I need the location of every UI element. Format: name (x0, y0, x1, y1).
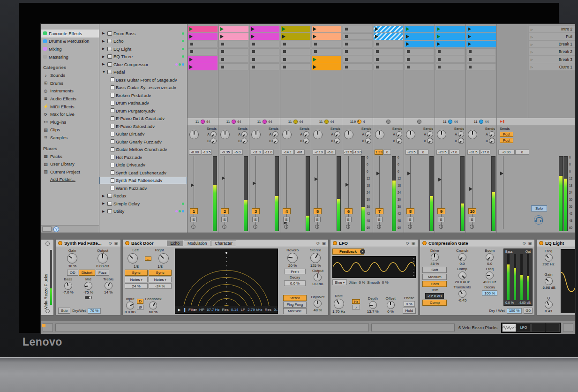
device-thumbnail[interactable] (531, 324, 545, 332)
routing-pingpong-button[interactable]: Ping Pong (283, 302, 307, 308)
clip-slot[interactable] (250, 33, 279, 40)
lfo-title-bar[interactable]: LFO ⟳▣ (330, 240, 418, 247)
clip-stop-slot[interactable] (250, 56, 279, 62)
note-mode-button[interactable]: ♪ (352, 305, 360, 309)
clip-slot[interactable] (281, 33, 310, 40)
volume-fader-handle[interactable] (315, 177, 318, 181)
send-a-knob[interactable] (303, 131, 309, 137)
scene-play-icon[interactable]: ▷ (531, 28, 533, 31)
clip-play-icon[interactable] (189, 65, 193, 69)
send-b-knob[interactable] (334, 138, 340, 144)
pan-knob[interactable] (375, 130, 384, 139)
cue-solo-button[interactable]: Solo (531, 205, 547, 211)
solo-button[interactable]: S (469, 217, 475, 222)
clip-stop-icon[interactable] (252, 50, 255, 53)
clip-waveform-thumbnail[interactable] (502, 324, 516, 332)
arm-button[interactable] (191, 225, 195, 229)
clip-stop-icon[interactable] (314, 50, 317, 53)
clip-stop-slot[interactable] (250, 48, 279, 55)
volume-fader-handle[interactable] (376, 172, 380, 175)
clip-stop-icon[interactable] (252, 66, 255, 68)
eq-q-knob[interactable] (545, 301, 553, 309)
volume-fader-handle[interactable] (469, 187, 473, 191)
back-to-arrangement-icon[interactable]: ▶❚ (500, 120, 504, 123)
solo-button[interactable]: S (345, 217, 352, 222)
master-fader-handle[interactable] (500, 172, 503, 175)
clip-stop-slot[interactable] (281, 41, 310, 47)
clip-slot[interactable] (281, 26, 310, 32)
clip-stop-slot[interactable] (188, 41, 218, 47)
pan-knob[interactable] (282, 130, 292, 139)
send-a-knob[interactable] (334, 131, 340, 137)
clip-stop-icon[interactable] (376, 43, 379, 45)
wave-shape-dropdown[interactable]: Sine▾ (332, 279, 347, 285)
solo-button[interactable]: S (283, 217, 290, 222)
clip-stop-slot[interactable] (374, 63, 403, 70)
send-post-toggle-a[interactable]: Post (500, 132, 513, 137)
clip-stop-icon[interactable] (376, 58, 379, 61)
clip-slot[interactable] (312, 63, 341, 70)
jitter-value[interactable]: 0 % (359, 280, 365, 285)
output-knob[interactable] (98, 253, 108, 264)
chevron-down-icon[interactable]: ▼ (102, 70, 106, 74)
gain-knob[interactable] (67, 253, 77, 264)
clip-slot[interactable] (374, 33, 403, 40)
clip-stop-slot[interactable] (343, 63, 372, 70)
echo-tunnel-display[interactable]: ▶ ❚ Filter HP67.7 Hz Res0.14 LP2.79 kHz … (175, 249, 278, 314)
peak-level-box[interactable]: -13.5 (344, 150, 353, 155)
send-b-knob[interactable] (365, 138, 371, 144)
clip-stop-slot[interactable] (466, 56, 496, 62)
clip-slot[interactable] (405, 26, 434, 32)
send-b-knob[interactable] (210, 138, 217, 144)
hot-swap-icon[interactable]: ⟳ (523, 241, 526, 246)
right-division[interactable]: 1/8 (158, 264, 163, 269)
left-sync-button[interactable]: Sync (125, 270, 148, 276)
clip-play-icon[interactable] (282, 27, 285, 31)
peak-level-box[interactable]: -11.3 (251, 150, 263, 155)
unmap-icon[interactable]: × (360, 249, 365, 254)
mapped-parameter-button[interactable]: Feedback (332, 249, 364, 255)
volume-value-box[interactable]: -6.0 (233, 150, 243, 155)
stereo-width-knob[interactable] (310, 253, 321, 263)
device-glue-compressor[interactable]: ▶Glue Compressor (99, 60, 187, 68)
volume-value-box[interactable]: -11.0 (263, 150, 274, 155)
clip-stop-slot[interactable] (343, 33, 372, 40)
pedal-title-bar[interactable]: Synth Pad Fatte... ⟳▣ (56, 240, 120, 247)
hz-mode-button[interactable]: Hz (352, 299, 360, 304)
clip-stop-slot[interactable] (343, 26, 372, 32)
fuzz-button[interactable]: Fuzz (96, 270, 109, 276)
send-a-knob[interactable] (272, 131, 278, 137)
clip-slot[interactable] (188, 33, 218, 40)
tab-echo[interactable]: Echo (167, 241, 183, 246)
track-activator-button[interactable]: 5 (314, 208, 322, 214)
clip-play-icon[interactable] (313, 27, 316, 31)
solo-button[interactable]: S (376, 217, 383, 222)
clip-play-icon[interactable] (313, 58, 316, 61)
clip-slot[interactable] (374, 26, 403, 32)
hp-value[interactable]: 67.7 Hz (207, 308, 220, 312)
peak-level-box[interactable]: -14.1 (282, 150, 294, 155)
drywet-value[interactable]: 70 % (88, 308, 101, 314)
clip-stop-slot[interactable] (281, 48, 310, 55)
clip-stop-icon[interactable] (438, 50, 441, 53)
arm-button[interactable] (253, 225, 257, 229)
eq-curve-display[interactable]: 120-12 (561, 249, 575, 313)
preset-e-piano-soloist-adv[interactable]: E-Piano Soloist.adv (99, 122, 187, 130)
left-offset-value[interactable]: 24 % (125, 283, 148, 289)
track-activator-button[interactable]: 7 (375, 208, 383, 214)
feedback-knob[interactable] (149, 302, 157, 309)
clip-stop-slot[interactable] (405, 56, 434, 62)
comp-button[interactable]: Comp (422, 300, 447, 306)
pan-knob[interactable] (313, 130, 323, 139)
clip-stop-icon[interactable] (345, 43, 348, 45)
arm-button[interactable] (346, 225, 350, 229)
volume-value-box[interactable]: 0 (418, 150, 428, 155)
send-a-knob[interactable] (396, 131, 402, 137)
reverb-position-dropdown[interactable]: Pre▾ (284, 269, 306, 274)
preset-bass-guitar-sy-esizerizer-adv[interactable]: Bass Guitar Sy...esizerizer.adv (99, 84, 187, 92)
clip-stop-icon[interactable] (252, 43, 255, 45)
clip-stop-icon[interactable] (283, 43, 286, 45)
tab-modulation[interactable]: Modulation (184, 241, 211, 246)
eq-gain-knob[interactable] (545, 277, 553, 285)
device-pedal[interactable]: ▼Pedal (99, 68, 187, 76)
